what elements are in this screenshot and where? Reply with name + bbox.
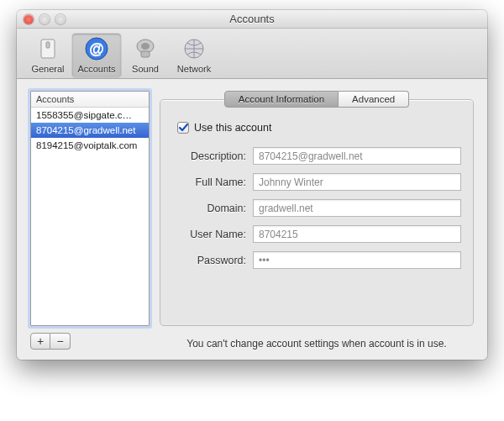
footnote: You can't change account settings when a… [160,338,474,350]
svg-text:@: @ [89,40,104,57]
toolbar-item-general[interactable]: General [24,34,72,77]
fullname-field[interactable] [253,173,461,191]
check-icon [178,123,188,133]
preferences-window: Accounts General @ Accounts [17,10,487,360]
svg-rect-1 [46,42,50,48]
add-account-button[interactable]: + [30,333,50,350]
toolbar: General @ Accounts Sound [17,29,487,79]
accounts-list-header: Accounts [31,92,149,108]
svg-rect-7 [141,51,150,57]
svg-point-6 [141,43,150,50]
globe-icon [181,35,207,62]
minimize-icon[interactable] [39,14,50,24]
list-item[interactable]: 8194215@voiptalk.com [31,138,149,153]
use-account-label: Use this account [194,122,271,134]
titlebar: Accounts [17,10,487,29]
zoom-icon[interactable] [55,14,66,24]
description-label: Description: [172,150,253,162]
username-field[interactable] [253,225,461,243]
list-item[interactable]: 1558355@sipgate.c… [31,108,149,123]
accounts-sidebar: Accounts 1558355@sipgate.c… 8704215@grad… [30,91,150,350]
toolbar-item-label: Accounts [77,64,115,74]
add-remove-buttons: + − [30,333,150,350]
traffic-lights [17,14,66,24]
password-field[interactable] [253,251,461,269]
tab-account-information[interactable]: Account Information [224,91,339,108]
toolbar-item-network[interactable]: Network [170,34,218,77]
account-info-panel: Use this account Description: Full Name:… [160,99,474,326]
detail-pane: Account Information Advanced Use this ac… [160,91,474,350]
speaker-icon [132,35,159,62]
toolbar-item-accounts[interactable]: @ Accounts [72,34,121,77]
accounts-list[interactable]: Accounts 1558355@sipgate.c… 8704215@grad… [30,91,150,326]
use-account-checkbox[interactable] [177,122,189,134]
window-title: Accounts [17,13,487,25]
remove-account-button[interactable]: − [50,333,71,350]
window-body: Accounts 1558355@sipgate.c… 8704215@grad… [17,79,487,360]
toolbar-item-label: Network [177,64,211,74]
toolbar-item-label: Sound [132,64,159,74]
list-item[interactable]: 8704215@gradwell.net [31,123,149,138]
tab-bar: Account Information Advanced [160,91,474,108]
toolbar-item-label: General [31,64,64,74]
username-label: User Name: [172,229,253,240]
domain-label: Domain: [172,203,253,214]
password-label: Password: [172,255,253,266]
use-account-row: Use this account [177,122,461,134]
switch-icon [34,35,61,62]
fullname-label: Full Name: [172,176,253,188]
close-icon[interactable] [24,14,34,24]
at-icon: @ [83,35,110,62]
tab-advanced[interactable]: Advanced [339,91,409,108]
toolbar-item-sound[interactable]: Sound [121,34,170,77]
domain-field[interactable] [253,199,461,217]
description-field[interactable] [253,147,461,165]
